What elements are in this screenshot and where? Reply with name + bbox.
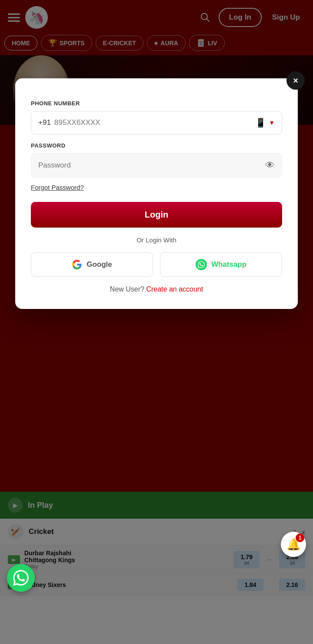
new-user-text: New User? Create an account (31, 285, 282, 293)
phone-prefix: +91 (38, 118, 51, 127)
login-modal: × PHONE NUMBER +91 📱 ▼ PASSWORD 👁 Forgot… (15, 78, 298, 309)
phone-input[interactable] (54, 118, 252, 127)
login-submit-button[interactable]: Login (31, 202, 282, 228)
google-login-button[interactable]: Google (31, 252, 153, 277)
eye-icon[interactable]: 👁 (265, 160, 275, 171)
whatsapp-login-button[interactable]: Whatsapp (160, 252, 282, 277)
google-label: Google (87, 260, 112, 269)
whatsapp-label: Whatsapp (211, 260, 246, 269)
password-input-wrapper: 👁 (31, 153, 282, 178)
whatsapp-icon (196, 259, 207, 270)
phone-label: PHONE NUMBER (31, 100, 282, 107)
notification-bell[interactable]: 🔔 1 (281, 532, 306, 557)
social-buttons: Google Whatsapp (31, 252, 282, 277)
whatsapp-float-icon (13, 570, 29, 586)
whatsapp-float-button[interactable] (7, 564, 35, 592)
password-input[interactable] (38, 161, 262, 170)
modal-overlay: × PHONE NUMBER +91 📱 ▼ PASSWORD 👁 Forgot… (0, 0, 313, 644)
or-divider: Or Login With (31, 236, 282, 244)
notification-badge: 1 (296, 533, 304, 542)
forgot-password-link[interactable]: Forgot Password? (31, 184, 84, 191)
chevron-down-icon[interactable]: ▼ (269, 119, 275, 126)
mobile-icon: 📱 (255, 117, 266, 128)
google-icon (72, 259, 82, 270)
phone-input-wrapper: +91 📱 ▼ (31, 111, 282, 134)
create-account-link[interactable]: Create an account (146, 285, 203, 293)
password-label: PASSWORD (31, 142, 282, 149)
modal-close-button[interactable]: × (286, 71, 305, 90)
